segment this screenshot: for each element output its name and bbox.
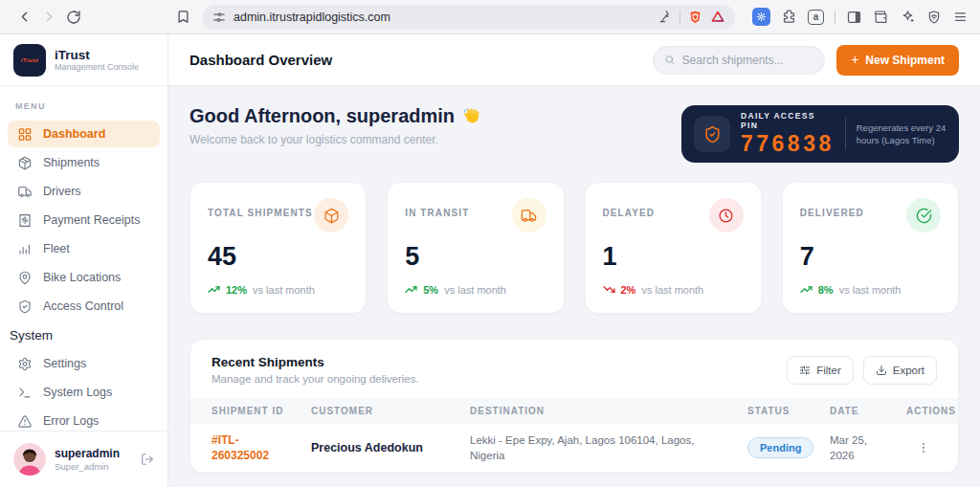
pin-label: DAILY ACCESS PIN [741, 111, 835, 130]
wave-emoji [462, 106, 482, 126]
sidebar-item-label: Drivers [43, 185, 81, 198]
shipment-id[interactable]: #ITL-260325002 [212, 432, 278, 463]
sidebar-item-label: Dashboard [43, 127, 105, 141]
pin-shield-icon [694, 116, 730, 152]
sidebar-item-label: Shipments [43, 156, 100, 169]
recent-shipments-card: Recent Shipments Manage and track your o… [189, 339, 959, 474]
vpn-shield-icon[interactable] [926, 10, 942, 25]
toolbar-right: a [752, 8, 969, 26]
pin-value: 776838 [741, 131, 835, 157]
sidebar-item-payment-receipts[interactable]: Payment Receipts [8, 207, 160, 233]
sidebar-item-shipments[interactable]: Shipments [8, 149, 160, 176]
back-icon[interactable] [11, 5, 36, 30]
check-circle-icon [906, 198, 941, 232]
browser-toolbar: admin.itrustrapidlogistics.com a [0, 0, 980, 34]
trend-up-icon [208, 283, 220, 296]
user-profile[interactable]: superadmin Super_admin [0, 431, 167, 487]
trend-up-icon [800, 283, 813, 296]
search-input[interactable] [682, 54, 814, 67]
sidebar-item-system-logs[interactable]: System Logs [8, 379, 160, 406]
pin-divider [845, 118, 846, 150]
share-icon[interactable] [657, 10, 672, 24]
page-title: Dashboard Overview [189, 52, 332, 68]
greeting-title: Good Afternoon, superadmin [189, 105, 482, 127]
col-actions: ACTIONS [906, 406, 958, 416]
col-status: STATUS [747, 406, 830, 416]
stat-cards: TOTAL SHIPMENTS 45 12% vs last month [189, 182, 959, 314]
package-icon [314, 198, 348, 232]
dashboard-icon [17, 127, 33, 142]
toolbar-divider [835, 11, 835, 24]
sidebar-item-label: Bike Locations [43, 271, 121, 284]
shield-check-icon [17, 299, 33, 314]
trend-note: vs last month [444, 284, 506, 296]
sidebar-item-drivers[interactable]: Drivers [8, 178, 160, 205]
package-icon [17, 156, 33, 170]
trend-note: vs last month [641, 284, 703, 296]
new-shipment-button[interactable]: + New Shipment [836, 45, 959, 76]
menu-section-label: MENU [15, 101, 152, 111]
filter-button[interactable]: Filter [787, 356, 854, 385]
col-destination: DESTINATION [470, 406, 747, 416]
table-row[interactable]: #ITL-260325002 Precious Adedokun Lekki -… [190, 424, 958, 473]
stat-label: DELAYED [603, 208, 656, 218]
sidebar-item-error-logs[interactable]: Error Logs [8, 408, 160, 431]
stat-card-delayed: DELAYED 1 2% vs last month [585, 182, 762, 314]
stat-card-delivered: DELIVERED 7 8% vs last month [782, 182, 959, 314]
search-box[interactable] [653, 46, 825, 75]
terminal-icon [17, 386, 33, 400]
shipment-destination: Lekki - Epe Expy, Ajah, Lagos 106104, La… [470, 432, 713, 463]
trend-percent: 5% [423, 284, 438, 296]
brand-title: iTrust [55, 48, 139, 63]
trend-percent: 2% [621, 284, 636, 296]
sidebar-item-label: Payment Receipts [43, 213, 140, 227]
extension-pinned-icon[interactable] [752, 8, 770, 26]
daily-pin-card: DAILY ACCESS PIN 776838 Regenerates ever… [681, 105, 959, 163]
url-text[interactable]: admin.itrustrapidlogistics.com [234, 11, 390, 24]
table-header: SHIPMENT ID CUSTOMER DESTINATION STATUS … [190, 398, 958, 424]
brave-rewards-icon[interactable] [710, 10, 725, 24]
export-button[interactable]: Export [863, 356, 937, 385]
url-bar[interactable]: admin.itrustrapidlogistics.com [203, 5, 735, 30]
sidebar-item-label: Error Logs [43, 414, 99, 428]
filter-icon [799, 365, 811, 376]
greeting-subtitle: Welcome back to your logistics command c… [189, 133, 482, 146]
sidebar-nav: MENU Dashboard Shipments Drivers Payment… [0, 86, 167, 431]
wallet-icon[interactable] [873, 10, 889, 25]
search-icon [664, 54, 675, 66]
col-shipment-id: SHIPMENT ID [212, 406, 311, 416]
truck-icon [512, 198, 546, 232]
forward-icon[interactable] [36, 5, 61, 30]
gear-icon [17, 357, 33, 371]
stat-value: 7 [800, 242, 941, 272]
sidebar-item-access-control[interactable]: Access Control [8, 293, 160, 320]
main-header: Dashboard Overview + New Shipment [168, 34, 980, 86]
search-engine-icon[interactable]: a [808, 10, 824, 25]
stat-label: IN TRANSIT [405, 208, 469, 218]
sidebar-item-settings[interactable]: Settings [8, 350, 160, 377]
menu-icon[interactable] [952, 10, 969, 24]
row-actions-menu-icon[interactable] [917, 441, 930, 454]
site-settings-icon[interactable] [212, 11, 226, 24]
leo-ai-icon[interactable] [900, 9, 916, 25]
logout-icon[interactable] [141, 453, 154, 466]
sidebar: iTrust iTrust Management Console MENU Da… [0, 34, 168, 487]
receipt-icon [17, 213, 33, 228]
avatar [13, 443, 46, 476]
sidebar-item-label: Settings [43, 357, 86, 370]
download-icon [876, 365, 887, 376]
sidebar-item-bike-locations[interactable]: Bike Locations [8, 264, 160, 291]
plus-icon: + [851, 52, 858, 67]
sidebar-toggle-icon[interactable] [846, 10, 862, 25]
extensions-icon[interactable] [781, 9, 797, 25]
bookmark-icon[interactable] [170, 5, 195, 30]
reload-icon[interactable] [61, 5, 86, 30]
sidebar-item-fleet[interactable]: Fleet [8, 235, 160, 262]
brave-shield-icon[interactable] [688, 10, 702, 25]
brand: iTrust iTrust Management Console [0, 34, 167, 86]
brand-logo: iTrust [13, 44, 46, 77]
system-section-label: System [10, 328, 160, 343]
pin-note: Regenerates every 24 hours (Lagos Time) [857, 122, 947, 147]
sidebar-item-dashboard[interactable]: Dashboard [8, 121, 160, 147]
warning-triangle-icon [17, 414, 33, 429]
